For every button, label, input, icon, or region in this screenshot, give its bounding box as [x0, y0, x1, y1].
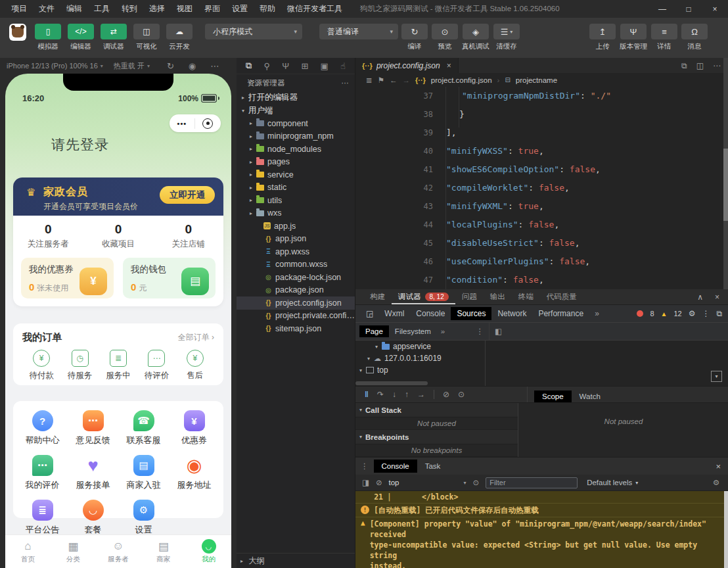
- collapse-sidebar-icon[interactable]: ◧: [495, 327, 502, 336]
- panel-tab[interactable]: 终端: [512, 289, 540, 304]
- toolbar-action[interactable]: ⊙预览: [432, 24, 458, 51]
- inspector-tab[interactable]: Console: [410, 307, 451, 320]
- order-status-item[interactable]: ≣服务中: [99, 350, 137, 381]
- toolbar-button[interactable]: </>编辑器: [67, 24, 95, 51]
- tab-close-icon[interactable]: ×: [447, 61, 451, 70]
- refresh-icon[interactable]: ↻: [167, 61, 174, 71]
- hot-reload-toggle[interactable]: 热重载 开: [114, 61, 145, 71]
- tree-item[interactable]: {}sitemap.json: [237, 322, 355, 335]
- tab-bar-item[interactable]: ▤商家: [141, 535, 186, 568]
- inspect-element-icon[interactable]: ◲: [361, 309, 378, 318]
- menu-item[interactable]: 工具: [88, 3, 116, 14]
- outline-list-icon[interactable]: ≣: [366, 76, 373, 85]
- close-panel-icon[interactable]: ×: [715, 293, 719, 302]
- capsule-close-button[interactable]: [202, 118, 213, 129]
- editor-scrollbar[interactable]: [723, 58, 728, 289]
- toolbar-button[interactable]: ▯模拟器: [34, 24, 62, 51]
- maximize-button[interactable]: □: [675, 0, 702, 18]
- filter-input[interactable]: [486, 477, 578, 488]
- order-status-item[interactable]: ⋯待评价: [137, 350, 175, 381]
- compile-mode-dropdown[interactable]: 普通编译▾: [319, 24, 398, 39]
- menu-item[interactable]: 编辑: [60, 3, 88, 14]
- record-icon[interactable]: ◉: [189, 61, 196, 71]
- menu-item[interactable]: 项目: [5, 3, 33, 14]
- tree-item[interactable]: ▸service: [237, 168, 355, 181]
- tab-bar-item[interactable]: ⌂首页: [5, 535, 51, 568]
- window-icon[interactable]: ▣: [321, 61, 329, 71]
- forward-icon[interactable]: →: [402, 76, 410, 84]
- console-warning-row[interactable]: ▲[Component] property "value" of "minipr…: [355, 517, 728, 568]
- pause-on-exceptions-icon[interactable]: ⊙: [458, 390, 465, 399]
- toolbar-button[interactable]: ⇄调试器: [100, 24, 127, 51]
- console-source-row[interactable]: 21|</block>: [355, 491, 728, 504]
- panel-tab[interactable]: 构建: [363, 289, 392, 304]
- more-tabs-icon[interactable]: »: [589, 309, 604, 318]
- order-status-item[interactable]: ◷待服务: [60, 350, 99, 381]
- tree-item[interactable]: JSapp.js: [237, 220, 355, 233]
- sources-tree-item[interactable]: ▾appservice: [355, 341, 485, 352]
- more-icon[interactable]: ⋯: [713, 61, 721, 70]
- panel-tab[interactable]: 代码质量: [540, 289, 583, 304]
- section-header[interactable]: ▾Call Stack: [355, 403, 518, 417]
- tree-item[interactable]: ▸wxs: [237, 207, 355, 220]
- service-item[interactable]: ⚙设置: [118, 500, 169, 536]
- popout-icon[interactable]: ⧉: [716, 309, 722, 318]
- section-header[interactable]: ▾Breakpoints: [355, 430, 518, 444]
- tab-bar-item[interactable]: ▦分类: [51, 535, 96, 568]
- eye-icon[interactable]: ⊙: [473, 478, 480, 487]
- stat-item[interactable]: 0收藏项目: [83, 222, 154, 256]
- service-item[interactable]: ¥优惠券: [169, 410, 219, 446]
- breadcrumb-file[interactable]: project.config.json: [431, 76, 492, 84]
- console-sidebar-icon[interactable]: ◨: [362, 478, 369, 487]
- menu-item[interactable]: 转到: [116, 3, 143, 14]
- stat-item[interactable]: 0关注服务者: [13, 222, 83, 256]
- code-area[interactable]: 37"miniprogramNpmDistDir": "./"38}39],40…: [355, 87, 728, 289]
- tree-item[interactable]: {}project.private.config.js...: [237, 310, 355, 323]
- kebab-menu-icon[interactable]: ⋮: [702, 309, 710, 318]
- layout-columns-icon[interactable]: ◫: [696, 61, 704, 70]
- toolbar-button[interactable]: ◫可视化: [133, 24, 160, 51]
- sources-nav-tab[interactable]: Page: [359, 325, 389, 337]
- panel-tab[interactable]: 问题: [455, 289, 484, 304]
- gear-icon[interactable]: ⚙: [713, 478, 728, 487]
- tree-item[interactable]: {}project.config.json: [237, 296, 355, 310]
- mode-dropdown[interactable]: 小程序模式▾: [205, 24, 302, 39]
- more-icon[interactable]: ⋯: [210, 61, 219, 71]
- menu-item[interactable]: 视图: [171, 3, 198, 14]
- menu-item[interactable]: 选择: [143, 3, 171, 14]
- tree-item[interactable]: {}app.json: [237, 233, 355, 246]
- console-scrollbar[interactable]: [724, 491, 728, 568]
- inspector-tab[interactable]: Network: [491, 307, 532, 320]
- toolbar-button[interactable]: ☁云开发: [166, 24, 193, 51]
- service-item[interactable]: ◉服务地址: [169, 455, 219, 491]
- menu-item[interactable]: 帮助: [254, 3, 281, 14]
- tree-item[interactable]: ▸component: [237, 117, 355, 130]
- console-tab[interactable]: Console: [374, 460, 417, 473]
- sources-tree-item[interactable]: ▾☁127.0.0.1:16019: [355, 352, 485, 364]
- levels-dropdown[interactable]: Default levels ▾: [587, 479, 638, 486]
- resume-icon[interactable]: ↷: [377, 390, 384, 399]
- step-icon[interactable]: →: [417, 390, 425, 399]
- git-branch-icon[interactable]: Ψ: [282, 61, 289, 71]
- tree-item[interactable]: ▸打开的编辑器: [237, 91, 355, 105]
- menu-item[interactable]: 设置: [226, 3, 254, 14]
- all-orders-link[interactable]: 全部订单 ›: [178, 332, 214, 343]
- kebab-menu-icon[interactable]: ⋮: [355, 462, 374, 471]
- menu-item[interactable]: 微信开发者工具: [281, 3, 348, 14]
- minimize-button[interactable]: —: [649, 0, 675, 18]
- capsule-more-button[interactable]: •••: [177, 120, 187, 128]
- service-item[interactable]: ☎联系客服: [118, 410, 169, 446]
- step-into-icon[interactable]: ↓: [392, 390, 396, 399]
- breadcrumb-symbol[interactable]: projectname: [516, 76, 557, 84]
- tree-item[interactable]: ▾用户端: [237, 105, 355, 118]
- service-item[interactable]: ⋯意见反馈: [68, 410, 118, 446]
- tree-item[interactable]: ▸utils: [237, 194, 355, 207]
- service-item[interactable]: ≣平台公告: [17, 500, 68, 536]
- panel-tab[interactable]: 输出: [484, 289, 512, 304]
- tree-item[interactable]: ▸static: [237, 181, 355, 195]
- service-item[interactable]: ▤商家入驻: [118, 455, 169, 491]
- toolbar-action[interactable]: ≡详情: [651, 24, 677, 51]
- panel-tab[interactable]: 调试器8, 12: [392, 289, 455, 304]
- service-item[interactable]: ♥服务接单: [68, 455, 118, 491]
- extensions-icon[interactable]: ⊞: [301, 61, 308, 71]
